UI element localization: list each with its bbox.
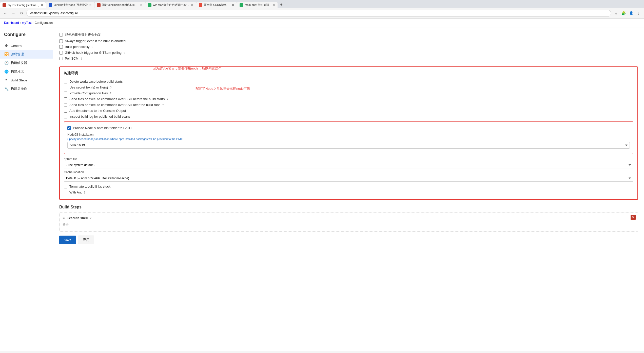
env-inspect[interactable] (64, 115, 67, 118)
sidebar-item-build-steps[interactable]: ≡ Build Steps (0, 76, 53, 84)
env-timestamps[interactable] (64, 109, 67, 113)
sidebar-item-general[interactable]: ⚙ General (0, 41, 53, 50)
tab-5[interactable]: 写文章-CSDN博客 ✕ (196, 2, 237, 8)
address-bar[interactable] (26, 10, 611, 17)
tab-favicon-5 (199, 3, 202, 7)
save-button[interactable]: Save (59, 236, 76, 244)
cb-github-hook-help[interactable]: ? (124, 51, 125, 54)
sidebar-item-source[interactable]: 🔀 源码管理 (0, 50, 53, 59)
sidebar-label-source: 源码管理 (11, 52, 24, 57)
cb-poll-scm[interactable] (59, 57, 63, 60)
sidebar: Configure ⚙ General 🔀 源码管理 🕐 构建触发器 🌐 构建环… (0, 27, 53, 248)
tab-close-6[interactable]: ✕ (272, 3, 275, 7)
sidebar-label-post-build: 构建后操作 (11, 86, 27, 91)
browser-tabs: myTest Config [Jenkins...] ✕ Jenkins安装no… (0, 0, 644, 8)
build-steps-title: Build Steps (59, 205, 638, 209)
sidebar-label-env: 构建环境 (11, 69, 24, 74)
env-ant[interactable] (64, 191, 67, 194)
cb-poll-scm-row: Poll SCM ? (59, 56, 638, 61)
tab-2[interactable]: Jenkins安装node_百度搜索 ✕ (46, 2, 94, 8)
trigger-section: 即便构建失败时也会触发 Always trigger, even if the … (59, 31, 638, 61)
env-ant-help[interactable]: ? (84, 191, 85, 194)
bookmark-icon[interactable]: ☆ (613, 10, 619, 16)
tab-close-4[interactable]: ✕ (191, 3, 193, 7)
back-button[interactable]: ← (2, 10, 9, 16)
npmrc-row: npmrc file - use system default - (64, 157, 633, 168)
env-ssh-before-help[interactable]: ? (167, 98, 168, 101)
env-ssh-after[interactable] (64, 103, 67, 107)
tab-1[interactable]: myTest Config [Jenkins...] ✕ (0, 2, 46, 8)
tab-favicon-1 (3, 3, 6, 7)
nodejs-installation-hint: Specify needed nodejs installation where… (67, 137, 630, 140)
tab-favicon-4 (148, 3, 151, 7)
tab-close-3[interactable]: ✕ (140, 3, 143, 7)
cb-fail-trigger-row: 即便构建失败时也会触发 (59, 31, 638, 38)
npmrc-select[interactable]: - use system default - (64, 162, 633, 168)
cb-abort-trigger[interactable] (59, 39, 63, 43)
env-inspect-row: Inspect build log for published build sc… (64, 114, 633, 119)
env-delete-ws[interactable] (64, 80, 67, 83)
env-ssh-after-help[interactable]: ? (162, 103, 164, 107)
sidebar-label-general: General (11, 44, 22, 48)
apply-button[interactable]: 应用 (78, 236, 94, 244)
reload-button[interactable]: ↻ (18, 10, 25, 16)
cache-row: Cache location Default (~/.npm or %APP_D… (64, 170, 633, 182)
env-config[interactable] (64, 92, 67, 95)
cache-select[interactable]: Default (~/.npm or %APP_DATA%\npm-cache) (64, 175, 633, 182)
breadcrumb-dashboard[interactable]: Dashboard (4, 21, 19, 25)
env-ant-label: With Ant (69, 190, 82, 194)
breadcrumb-mytest[interactable]: myTest (22, 21, 32, 25)
menu-icon[interactable]: ⋮ (635, 10, 642, 16)
cb-poll-scm-label: Poll SCM (65, 57, 79, 60)
drag-handle-icon[interactable]: ≡ (63, 216, 65, 220)
build-env-title: 构建环境 (64, 71, 633, 76)
env-stuck-label: Terminate a build if it's stuck (69, 185, 110, 188)
tab-6[interactable]: main-app: 学习前端 ✕ (237, 2, 278, 8)
node-section: Provide Node & npm bin/ folder to PATH N… (64, 121, 633, 154)
env-icon: 🌐 (4, 69, 9, 74)
build-steps-section: Build Steps ✕ ≡ Execute shell ? 命令 (59, 205, 638, 232)
tab-4[interactable]: win start命令合启动运行java程... ✕ (145, 2, 196, 8)
breadcrumb: Dashboard › myTest › Configuration (0, 19, 644, 27)
bottom-actions: Save 应用 (59, 236, 638, 244)
cb-periodic-help[interactable]: ? (92, 45, 93, 48)
cb-github-hook[interactable] (59, 51, 63, 55)
breadcrumb-sep-2: › (33, 21, 34, 25)
execute-shell-header: ≡ Execute shell ? (63, 216, 635, 220)
cb-fail-trigger[interactable] (59, 33, 63, 37)
profile-icon[interactable]: 👤 (628, 10, 634, 16)
tab-favicon-3 (97, 3, 101, 7)
sidebar-item-env[interactable]: 🌐 构建环境 (0, 67, 53, 76)
cb-periodic[interactable] (59, 45, 63, 49)
cb-poll-scm-help[interactable]: ? (81, 57, 82, 60)
forward-button[interactable]: → (10, 10, 17, 16)
execute-shell-help[interactable]: ? (90, 216, 91, 219)
tab-close-5[interactable]: ✕ (232, 3, 234, 7)
node-checkbox[interactable] (67, 126, 71, 130)
env-ssh-before-row: Send files or execute commands over SSH … (64, 96, 633, 102)
env-secret-help[interactable]: ? (110, 86, 111, 89)
env-secret[interactable] (64, 86, 67, 89)
env-config-help[interactable]: ? (110, 92, 111, 95)
env-ssh-before-label: Send files or execute commands over SSH … (69, 97, 165, 101)
sidebar-item-triggers[interactable]: 🕐 构建触发器 (0, 59, 53, 67)
post-build-icon: 🔧 (4, 86, 9, 91)
tab-3[interactable]: 运行Jenkins的node版本·jenk... ✕ (94, 2, 145, 8)
new-tab-button[interactable]: + (278, 1, 285, 8)
tab-close-2[interactable]: ✕ (89, 3, 92, 7)
extensions-icon[interactable]: 🧩 (620, 10, 627, 16)
env-timestamps-label: Add timestamps to the Console Output (69, 109, 126, 113)
env-inspect-label: Inspect build log for published build sc… (69, 115, 130, 118)
execute-shell-close[interactable]: ✕ (631, 215, 636, 220)
env-stuck[interactable] (64, 185, 67, 188)
env-secret-label: Use secret text(s) or file(s) (69, 85, 108, 89)
env-secret-row: Use secret text(s) or file(s) ? (64, 84, 633, 90)
browser-chrome: myTest Config [Jenkins...] ✕ Jenkins安装no… (0, 0, 644, 19)
env-ssh-after-row: Send files or execute commands over SSH … (64, 102, 633, 108)
tab-close-1[interactable]: ✕ (41, 3, 43, 7)
nodejs-version-select[interactable]: node 16.19 (67, 142, 630, 149)
tab-label-3: 运行Jenkins的node版本·jenk... (102, 3, 139, 7)
sidebar-item-post-build[interactable]: 🔧 构建后操作 (0, 84, 53, 93)
node-checkbox-row: Provide Node & npm bin/ folder to PATH (67, 125, 630, 131)
env-ssh-before[interactable] (64, 97, 67, 101)
